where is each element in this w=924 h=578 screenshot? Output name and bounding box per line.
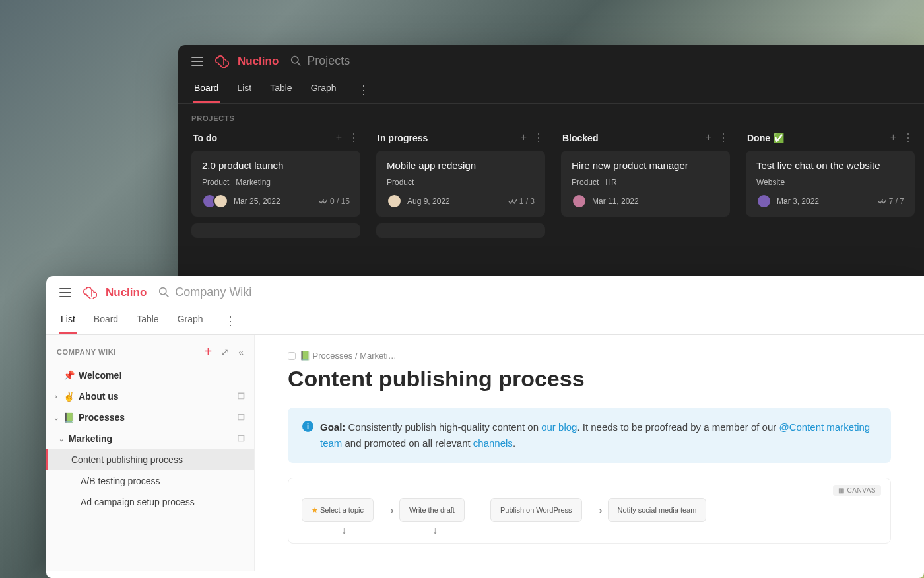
- flow-node[interactable]: Publish on WordPress: [490, 498, 582, 522]
- dark-tabs: Board List Table Graph ⋮: [178, 73, 924, 104]
- card-date: Mar 11, 2022: [592, 197, 639, 206]
- expand-icon[interactable]: ⤢: [221, 347, 229, 357]
- copy-icon[interactable]: ❐: [238, 392, 245, 401]
- card[interactable]: Hire new product manager Product HR Mar …: [561, 151, 730, 217]
- column-title: To do: [193, 133, 217, 143]
- brand-name: Nuclino: [106, 286, 147, 299]
- sidebar-item-processes[interactable]: ⌄📗 Processes ❐: [46, 407, 254, 428]
- sidebar-item-marketing[interactable]: ⌄ Marketing ❐: [46, 428, 254, 449]
- card-title: Test live chat on the website: [756, 160, 904, 171]
- link-channels[interactable]: channels: [473, 437, 513, 449]
- goal-callout: i Goal: Consistently publish high-qualit…: [288, 408, 891, 463]
- flow-node[interactable]: Write the draft: [399, 498, 465, 522]
- column-title: Blocked: [562, 133, 598, 143]
- column-blocked: Blocked +⋮ Hire new product manager Prod…: [561, 129, 730, 244]
- sidebar-item-content-publishing[interactable]: Content publishing process: [46, 449, 254, 470]
- checkbox-icon[interactable]: [288, 352, 296, 360]
- arrow-down-icon: ↓: [341, 524, 346, 536]
- arrow-right-icon: ⟶: [379, 504, 394, 517]
- search-icon: [158, 287, 170, 298]
- light-tabs: List Board Table Graph ⋮: [46, 303, 924, 335]
- collapse-sidebar-icon[interactable]: «: [238, 347, 244, 357]
- column-more-icon[interactable]: ⋮: [533, 131, 544, 144]
- chevron-right-icon: ›: [53, 393, 59, 400]
- breadcrumb[interactable]: 📗 Processes / Marketi…: [288, 351, 891, 361]
- tab-board[interactable]: Board: [92, 307, 119, 334]
- card-tags: Website: [756, 178, 904, 187]
- search-light[interactable]: Company Wiki: [158, 285, 251, 299]
- brand-name: Nuclino: [238, 55, 279, 68]
- projects-board-window: Nuclino Projects Board List Table Graph …: [178, 45, 924, 276]
- card-checklist-count: 7 / 7: [878, 197, 904, 206]
- card-checklist-count: 1 / 3: [508, 197, 535, 206]
- tab-table[interactable]: Table: [269, 76, 293, 103]
- brain-icon: [83, 286, 100, 299]
- brain-icon: [215, 55, 232, 68]
- wiki-window: Nuclino Company Wiki List Board Table Gr…: [46, 276, 924, 578]
- column-more-icon[interactable]: ⋮: [718, 131, 729, 144]
- sidebar: COMPANY WIKI + ⤢ « 📌 Welcome! ›✌️ About …: [46, 335, 255, 571]
- card-tags: Product Marketing: [202, 178, 350, 187]
- card-placeholder[interactable]: [191, 223, 360, 238]
- card-avatars: [756, 194, 772, 209]
- chevron-down-icon: ⌄: [53, 414, 59, 421]
- sidebar-item-ad-campaign[interactable]: Ad campaign setup process: [46, 491, 254, 513]
- more-icon[interactable]: ⋮: [220, 314, 240, 328]
- card-tags: Product: [387, 178, 535, 187]
- copy-icon[interactable]: ❐: [238, 413, 245, 422]
- sidebar-item-ab-testing[interactable]: A/B testing process: [46, 470, 254, 491]
- tab-table[interactable]: Table: [135, 307, 160, 334]
- tab-list[interactable]: List: [59, 307, 77, 334]
- card[interactable]: Mobile app redesign Product Aug 9, 2022 …: [376, 151, 545, 217]
- svg-point-0: [292, 57, 298, 63]
- card-avatars: [387, 194, 402, 209]
- menu-icon[interactable]: [191, 57, 203, 66]
- add-page-icon[interactable]: +: [205, 344, 213, 359]
- column-done: Done ✅ +⋮ Test live chat on the website …: [746, 129, 915, 244]
- sidebar-item-welcome[interactable]: 📌 Welcome!: [46, 365, 254, 386]
- card-placeholder[interactable]: [376, 223, 545, 238]
- search-placeholder-light: Company Wiki: [175, 285, 251, 299]
- flow-node[interactable]: ★Select a topic: [302, 498, 374, 522]
- card-title: Hire new product manager: [572, 160, 719, 171]
- arrow-down-icon: ↓: [432, 524, 438, 536]
- card-avatars: [202, 194, 228, 209]
- sidebar-item-about[interactable]: ›✌️ About us ❐: [46, 386, 254, 407]
- add-card-icon[interactable]: +: [521, 131, 527, 144]
- column-title: In progress: [378, 133, 428, 143]
- sidebar-tree: 📌 Welcome! ›✌️ About us ❐ ⌄📗 Processes ❐…: [46, 365, 254, 513]
- card-tags: Product HR: [572, 178, 719, 187]
- card-date: Aug 9, 2022: [407, 197, 450, 206]
- column-more-icon[interactable]: ⋮: [348, 131, 359, 144]
- add-card-icon[interactable]: +: [706, 131, 711, 144]
- brand-logo[interactable]: Nuclino: [83, 286, 147, 299]
- board-columns: To do +⋮ 2.0 product launch Product Mark…: [178, 129, 924, 244]
- flow-node[interactable]: Notify social media team: [608, 498, 707, 522]
- star-icon: ★: [312, 506, 318, 514]
- tab-graph[interactable]: Graph: [310, 76, 338, 103]
- canvas-badge: ▦ CANVAS: [833, 485, 881, 496]
- section-label: PROJECTS: [178, 104, 924, 129]
- chevron-down-icon: ⌄: [58, 435, 65, 443]
- add-card-icon[interactable]: +: [336, 131, 342, 144]
- copy-icon[interactable]: ❐: [238, 434, 245, 443]
- tab-board[interactable]: Board: [193, 76, 220, 103]
- card[interactable]: 2.0 product launch Product Marketing Mar…: [191, 151, 360, 217]
- flow-diagram: ★Select a topic ⟶ Write the draft ⟶ Publ…: [302, 498, 877, 522]
- page-title: Content publishing process: [288, 366, 891, 392]
- menu-icon[interactable]: [59, 288, 71, 297]
- brand-logo[interactable]: Nuclino: [215, 55, 279, 68]
- tab-list[interactable]: List: [236, 76, 253, 103]
- info-icon: i: [302, 421, 314, 432]
- tab-graph[interactable]: Graph: [176, 307, 205, 334]
- card-checklist-count: 0 / 15: [319, 197, 350, 206]
- goal-label: Goal:: [320, 421, 345, 433]
- add-card-icon[interactable]: +: [890, 131, 896, 144]
- search-dark[interactable]: Projects: [290, 54, 350, 68]
- dark-header: Nuclino Projects: [178, 45, 924, 73]
- column-more-icon[interactable]: ⋮: [903, 131, 913, 144]
- canvas-block[interactable]: ▦ CANVAS ★Select a topic ⟶ Write the dra…: [288, 478, 891, 544]
- card[interactable]: Test live chat on the website Website Ma…: [746, 151, 915, 217]
- link-our-blog[interactable]: our blog: [541, 421, 577, 433]
- more-icon[interactable]: ⋮: [354, 83, 374, 97]
